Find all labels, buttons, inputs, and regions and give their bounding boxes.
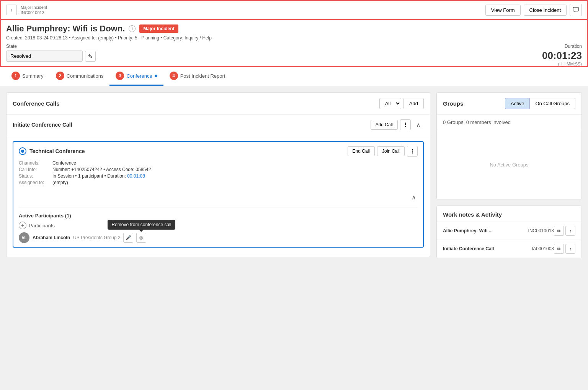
status-value: In Session • 1 participant • Duration: 0… — [52, 173, 145, 179]
state-input[interactable] — [6, 51, 83, 62]
worknotes-link-button-1[interactable]: ⧉ — [554, 244, 564, 254]
tab-conference-dot — [155, 75, 157, 77]
groups-empty: No Active Groups — [437, 130, 581, 199]
call-more-button[interactable]: ⋮ — [407, 146, 418, 157]
incident-title: Allie Pumphrey: Wifi is Down. — [6, 24, 125, 34]
worknotes-arrow-button-0[interactable]: ↑ — [565, 226, 575, 236]
assigned-value: (empty) — [52, 180, 68, 185]
filter-select[interactable]: All — [379, 98, 401, 109]
tab-conference-label: Conference — [126, 73, 152, 79]
tab-communications-label: Communications — [67, 73, 104, 79]
add-call-button[interactable]: Add Call — [371, 120, 398, 130]
conference-calls-title: Conference Calls — [13, 100, 60, 107]
worknotes-item-title-1: Initiate Conference Call — [443, 246, 512, 251]
join-call-button[interactable]: Join Call — [377, 146, 405, 156]
duration-value: 00:01:23 — [542, 50, 582, 62]
svg-rect-0 — [573, 7, 578, 11]
chat-icon[interactable] — [570, 4, 582, 16]
incident-meta: Created: 2018-03-24 09:28:13 • Assigned … — [6, 35, 582, 41]
worknotes-row-1: Initiate Conference Call IA0001008 ⧉ ↑ — [437, 240, 581, 258]
close-incident-button[interactable]: Close Incident — [524, 5, 567, 16]
worknotes-row-0: Allie Pumphrey: Wifi ... INC0010013 ⧉ ↑ — [437, 222, 581, 240]
remove-tooltip: Remove from conference call — [108, 220, 175, 230]
groups-toggle: Active On Call Groups — [505, 98, 575, 109]
channels-value: Conference — [52, 160, 76, 166]
groups-title: Groups — [443, 100, 463, 107]
call-info-label: Call Info: — [19, 167, 49, 172]
remove-tooltip-container: Remove from conference call ⊗ — [136, 233, 146, 243]
worknotes-arrow-button-1[interactable]: ↑ — [565, 244, 575, 254]
on-call-groups-button[interactable]: On Call Groups — [530, 98, 575, 109]
worknotes-item-id-0: INC0010013 — [528, 228, 554, 233]
duration-link[interactable]: 00:01:08 — [127, 173, 145, 179]
assigned-label: Assigned to: — [19, 180, 49, 185]
tab-summary-label: Summary — [22, 73, 44, 79]
tab-post-incident-number: 4 — [170, 72, 178, 80]
section-title: Initiate Conference Call — [13, 122, 72, 128]
mic-button[interactable]: 🎤 — [123, 233, 133, 243]
tab-communications[interactable]: 2 Communications — [50, 67, 110, 86]
end-call-button[interactable]: End Call — [348, 146, 375, 156]
duration-label: Duration — [542, 44, 582, 49]
tab-post-incident-label: Post Incident Report — [180, 73, 225, 79]
back-button[interactable]: ‹ — [6, 5, 17, 15]
add-participant-button[interactable]: + Participants — [19, 222, 418, 229]
tab-post-incident[interactable]: 4 Post Incident Report — [163, 67, 232, 86]
tab-conference[interactable]: 3 Conference — [109, 67, 163, 86]
participant-name: Abraham Lincoln — [33, 235, 70, 240]
worknotes-item-title-0: Allie Pumphrey: Wifi ... — [443, 228, 512, 233]
major-incident-badge: Major Incident — [139, 24, 178, 33]
call-icon — [19, 147, 26, 155]
plus-icon: + — [19, 222, 26, 229]
channels-label: Channels: — [19, 160, 49, 166]
tab-conference-number: 3 — [116, 72, 124, 80]
participant-group: US Presidents Group 2 — [73, 235, 120, 240]
tab-summary[interactable]: 1 Summary — [5, 67, 50, 86]
tabs-bar: 1 Summary 2 Communications 3 Conference … — [0, 67, 588, 86]
section-collapse-button[interactable]: ∧ — [413, 119, 424, 130]
worknotes-card: Work notes & Activity Allie Pumphrey: Wi… — [436, 206, 582, 258]
info-icon[interactable]: i — [129, 25, 136, 32]
tab-summary-number: 1 — [11, 72, 20, 80]
call-info-value: Number: +14025074242 • Access Code: 0585… — [52, 167, 151, 172]
call-collapse-button[interactable]: ∧ — [408, 192, 419, 202]
active-groups-button[interactable]: Active — [505, 98, 530, 109]
worknotes-item-id-1: IA0001008 — [532, 246, 554, 251]
call-title: Technical Conference — [29, 148, 85, 154]
tab-communications-number: 2 — [56, 72, 64, 80]
worknotes-title: Work notes & Activity — [437, 206, 581, 222]
status-label: Status: — [19, 173, 49, 179]
state-label: State — [6, 44, 96, 49]
participant-avatar: AL — [19, 232, 29, 243]
worknotes-link-button-0[interactable]: ⧉ — [554, 226, 564, 236]
section-more-button[interactable]: ⋮ — [400, 119, 411, 130]
add-button[interactable]: Add — [403, 98, 424, 109]
view-form-button[interactable]: View Form — [485, 5, 521, 16]
incident-type: Major Incident — [21, 5, 47, 10]
participants-header: Active Participants (1) — [19, 213, 418, 219]
incident-id: INC0010013 — [21, 10, 47, 15]
duration-unit: (HH:MM:SS) — [542, 62, 582, 66]
groups-meta: 0 Groups, 0 members involved — [437, 115, 581, 130]
state-edit-button[interactable]: ✎ — [85, 51, 96, 62]
